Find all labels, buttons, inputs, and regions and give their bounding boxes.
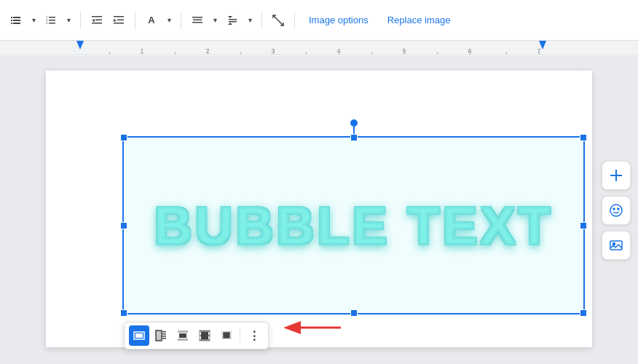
ruler-tick (208, 50, 208, 55)
image-icon (609, 238, 623, 253)
toolbar-color-group: A ▾ (141, 10, 175, 31)
svg-rect-2 (11, 20, 12, 21)
handle-bottom-left[interactable] (120, 309, 127, 317)
divider-1 (80, 12, 81, 29)
handle-bottom-middle[interactable] (350, 309, 358, 317)
svg-rect-37 (179, 333, 186, 338)
ordered-list-icon: 1. 2. 3. (45, 15, 57, 26)
ruler-left-marker (76, 41, 84, 50)
svg-rect-12 (92, 16, 102, 17)
handle-middle-left[interactable] (120, 222, 127, 229)
toolbar: ▾ 1. 2. 3. ▾ (0, 0, 638, 41)
svg-rect-0 (11, 17, 12, 18)
add-icon (609, 168, 623, 183)
red-arrow-svg (284, 320, 342, 335)
svg-rect-31 (156, 331, 162, 341)
wrap-tight-icon (155, 330, 167, 341)
ruler: 1 2 3 4 5 6 7 (0, 41, 638, 55)
svg-point-54 (613, 208, 615, 210)
svg-rect-29 (135, 333, 143, 338)
align-dropdown-button[interactable]: ▾ (209, 10, 221, 31)
decrease-indent-icon (91, 15, 103, 26)
wrap-tight-button[interactable] (151, 325, 171, 346)
svg-rect-52 (610, 175, 622, 176)
svg-rect-42 (200, 335, 210, 336)
inline-toolbar: ⋮ (124, 322, 269, 349)
line-spacing-dropdown-button[interactable]: ▾ (244, 10, 256, 31)
bubble-text: BUBBLE TEXT (154, 196, 554, 256)
svg-rect-26 (229, 21, 237, 23)
svg-rect-1 (13, 17, 20, 18)
emoji-button[interactable] (602, 196, 631, 225)
increase-indent-icon (113, 15, 125, 26)
ruler-tick (539, 50, 540, 55)
svg-rect-11 (49, 23, 55, 24)
svg-rect-32 (162, 331, 166, 333)
wrap-front-button[interactable] (216, 325, 237, 346)
replace-image-button[interactable]: Replace image (379, 10, 459, 31)
document-page: BUBBLE TEXT (46, 71, 592, 347)
ordered-list-button[interactable]: 1. 2. 3. (41, 10, 61, 31)
add-button[interactable] (602, 161, 631, 190)
ruler-tick (470, 50, 470, 55)
align-button[interactable] (187, 10, 208, 31)
image-options-button[interactable]: Image options (301, 10, 377, 31)
handle-top-right[interactable] (580, 134, 587, 141)
wrap-inline-button[interactable] (129, 325, 149, 346)
ruler-tick (306, 52, 307, 55)
svg-rect-7 (49, 17, 55, 18)
increase-indent-button[interactable] (109, 10, 129, 31)
svg-rect-48 (223, 332, 230, 339)
line-spacing-icon (227, 15, 238, 26)
ruler-tick (273, 50, 274, 55)
line-spacing-button[interactable] (222, 10, 243, 31)
ruler-tick (437, 52, 438, 55)
rotate-handle[interactable] (350, 119, 358, 127)
handle-bottom-right[interactable] (580, 309, 587, 317)
more-options-button[interactable]: ⋮ (243, 325, 264, 346)
ruler-tick (404, 50, 405, 55)
handle-top-middle[interactable] (350, 134, 358, 141)
more-icon: ⋮ (248, 329, 259, 343)
svg-rect-15 (92, 23, 102, 24)
svg-point-53 (610, 205, 622, 216)
handle-middle-right[interactable] (580, 222, 587, 229)
ruler-tick (506, 52, 507, 55)
ruler-tick (339, 50, 339, 55)
svg-rect-16 (114, 16, 124, 17)
wrap-top-bottom-icon (177, 330, 189, 341)
toolbar-align-group: ▾ ▾ (187, 10, 256, 31)
ruler-tick (175, 52, 176, 55)
svg-rect-34 (162, 336, 166, 337)
svg-rect-3 (13, 20, 20, 21)
svg-rect-56 (610, 241, 622, 250)
crop-button[interactable] (268, 10, 288, 31)
handle-top-left[interactable] (120, 134, 127, 141)
svg-rect-25 (229, 19, 237, 20)
ruler-tick (142, 50, 143, 55)
wrap-behind-button[interactable] (194, 325, 215, 346)
divider-3 (181, 12, 181, 29)
emoji-icon (609, 203, 623, 218)
list-dropdown-button[interactable]: ▾ (28, 10, 39, 31)
wrap-top-bottom-button[interactable] (173, 325, 193, 346)
svg-rect-38 (178, 339, 188, 341)
text-color-button[interactable]: A (141, 10, 162, 31)
svg-rect-9 (49, 20, 55, 21)
text-color-dropdown-button[interactable]: ▾ (163, 10, 175, 31)
svg-rect-14 (95, 19, 102, 20)
image-selection[interactable]: BUBBLE TEXT (122, 136, 585, 314)
wrap-front-icon (221, 330, 232, 341)
divider-4 (261, 12, 262, 29)
svg-point-55 (618, 208, 619, 210)
decrease-indent-button[interactable] (87, 10, 107, 31)
svg-rect-4 (11, 23, 12, 24)
wrap-behind-icon (199, 330, 210, 341)
svg-line-27 (273, 15, 283, 25)
toolbar-indent-group (87, 10, 129, 31)
image-button[interactable] (602, 231, 631, 260)
ordered-list-dropdown-button[interactable]: ▾ (63, 10, 74, 31)
svg-rect-5 (13, 23, 20, 24)
list-style-button[interactable] (6, 10, 26, 31)
svg-rect-22 (192, 22, 202, 23)
